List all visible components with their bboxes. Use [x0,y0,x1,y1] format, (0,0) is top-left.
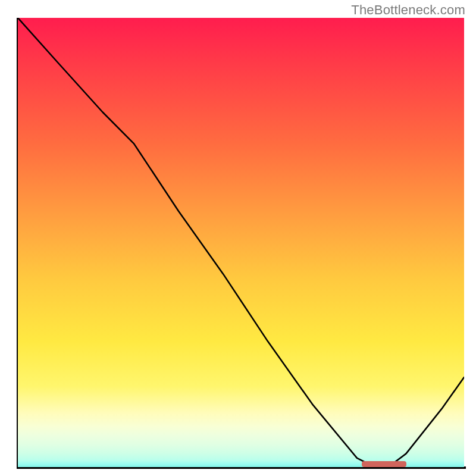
chart-container: TheBottleneck.com [0,0,476,476]
watermark-text: TheBottleneck.com [351,2,465,18]
plot-area [18,18,464,467]
optimal-marker-icon [362,461,406,467]
bottleneck-curve [18,18,464,467]
